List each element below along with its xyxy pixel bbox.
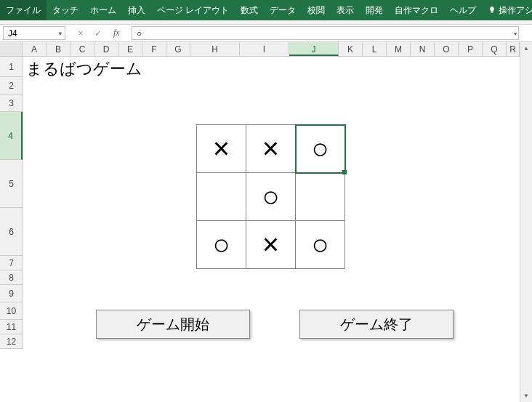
col-header-Q[interactable]: Q <box>483 42 507 56</box>
cancel-formula-button[interactable]: × <box>76 28 86 39</box>
col-header-F[interactable]: F <box>142 42 166 56</box>
ribbon: ファイルタッチホーム挿入ページ レイアウト数式データ校閲表示開発自作マクロヘルプ… <box>0 0 532 20</box>
ribbon-tab-数式[interactable]: 数式 <box>235 0 264 20</box>
cells-area[interactable]: まるばつゲーム ××○○○×○ ゲーム開始 ゲーム終了 <box>23 57 520 349</box>
scroll-up-button[interactable]: ▲ <box>520 42 532 55</box>
end-game-button[interactable]: ゲーム終了 <box>299 310 454 339</box>
row-header-6[interactable]: 6 <box>0 208 23 256</box>
game-title: まるばつゲーム <box>26 58 142 80</box>
formula-value: ○ <box>137 28 142 39</box>
board-cell-0-1[interactable]: × <box>246 125 296 173</box>
col-header-R[interactable]: R <box>507 42 520 56</box>
ribbon-tab-データ[interactable]: データ <box>264 0 302 20</box>
scroll-track[interactable] <box>520 55 532 390</box>
board-cell-2-2[interactable]: ○ <box>296 221 345 269</box>
row-header-4[interactable]: 4 <box>0 112 23 160</box>
col-header-J[interactable]: J <box>289 42 339 56</box>
col-header-P[interactable]: P <box>459 42 483 56</box>
lightbulb-icon <box>488 6 496 15</box>
row-header-9[interactable]: 9 <box>0 285 23 302</box>
row-header-2[interactable]: 2 <box>0 77 23 95</box>
col-header-O[interactable]: O <box>435 42 459 56</box>
ribbon-tab-ページ レイアウト[interactable]: ページ レイアウト <box>151 0 235 20</box>
ribbon-tab-表示[interactable]: 表示 <box>331 0 360 20</box>
col-header-H[interactable]: H <box>190 42 240 56</box>
row-header-11[interactable]: 11 <box>0 320 23 334</box>
formula-input[interactable]: ○ ▾ <box>132 26 519 40</box>
chevron-down-icon[interactable]: ▾ <box>514 30 517 36</box>
col-header-D[interactable]: D <box>94 42 118 56</box>
col-header-L[interactable]: L <box>363 42 387 56</box>
col-header-G[interactable]: G <box>166 42 190 56</box>
scroll-down-button[interactable]: ▼ <box>520 390 532 402</box>
board-cell-0-0[interactable]: × <box>197 125 246 173</box>
col-header-E[interactable]: E <box>118 42 142 56</box>
ribbon-tab-タッチ[interactable]: タッチ <box>47 0 84 20</box>
board-cell-2-1[interactable]: × <box>246 221 296 269</box>
row-header-12[interactable]: 12 <box>0 334 23 349</box>
ribbon-tab-自作マクロ[interactable]: 自作マクロ <box>389 0 444 20</box>
confirm-formula-button[interactable]: ✓ <box>93 28 103 39</box>
ribbon-tab-開発[interactable]: 開発 <box>360 0 389 20</box>
chevron-down-icon[interactable]: ▼ <box>57 30 63 36</box>
name-box-value: J4 <box>8 28 17 39</box>
name-box[interactable]: J4 ▼ <box>3 26 65 40</box>
row-header-3[interactable]: 3 <box>0 95 23 112</box>
tell-me[interactable]: 操作アシス <box>482 0 532 20</box>
col-header-B[interactable]: B <box>47 42 70 56</box>
tell-me-label: 操作アシス <box>499 4 532 17</box>
row-header-5[interactable]: 5 <box>0 160 23 208</box>
board-cell-2-0[interactable]: ○ <box>197 221 246 269</box>
ribbon-tab-ファイル[interactable]: ファイル <box>0 0 47 20</box>
board-cell-1-1[interactable]: ○ <box>246 173 296 221</box>
ribbon-tab-挿入[interactable]: 挿入 <box>122 0 151 20</box>
col-header-C[interactable]: C <box>70 42 94 56</box>
start-game-button[interactable]: ゲーム開始 <box>96 310 250 339</box>
col-header-I[interactable]: I <box>240 42 289 56</box>
col-header-A[interactable]: A <box>23 42 47 56</box>
board-cell-1-0[interactable] <box>197 173 246 221</box>
col-header-K[interactable]: K <box>339 42 363 56</box>
col-header-M[interactable]: M <box>387 42 411 56</box>
fx-button[interactable]: fx <box>113 28 120 39</box>
ribbon-tab-ホーム[interactable]: ホーム <box>84 0 122 20</box>
select-all-corner[interactable] <box>0 42 23 56</box>
column-headers: ABCDEFGHIJKLMNOPQR <box>0 42 520 57</box>
ribbon-tab-ヘルプ[interactable]: ヘルプ <box>444 0 482 20</box>
col-header-N[interactable]: N <box>411 42 435 56</box>
game-board: ××○○○×○ <box>196 124 345 269</box>
ribbon-tab-校閲[interactable]: 校閲 <box>302 0 331 20</box>
vertical-scrollbar[interactable]: ▲ ▼ <box>520 42 532 402</box>
row-header-8[interactable]: 8 <box>0 270 23 285</box>
row-header-10[interactable]: 10 <box>0 302 23 320</box>
formula-bar: J4 ▼ × ✓ fx ○ ▾ <box>0 25 532 42</box>
row-header-1[interactable]: 1 <box>0 57 23 77</box>
row-header-7[interactable]: 7 <box>0 256 23 270</box>
row-headers: 123456789101112 <box>0 57 23 349</box>
board-cell-1-2[interactable] <box>296 173 345 221</box>
worksheet-grid[interactable]: ABCDEFGHIJKLMNOPQR 123456789101112 まるばつゲ… <box>0 42 520 402</box>
board-cell-0-2[interactable]: ○ <box>296 125 345 173</box>
